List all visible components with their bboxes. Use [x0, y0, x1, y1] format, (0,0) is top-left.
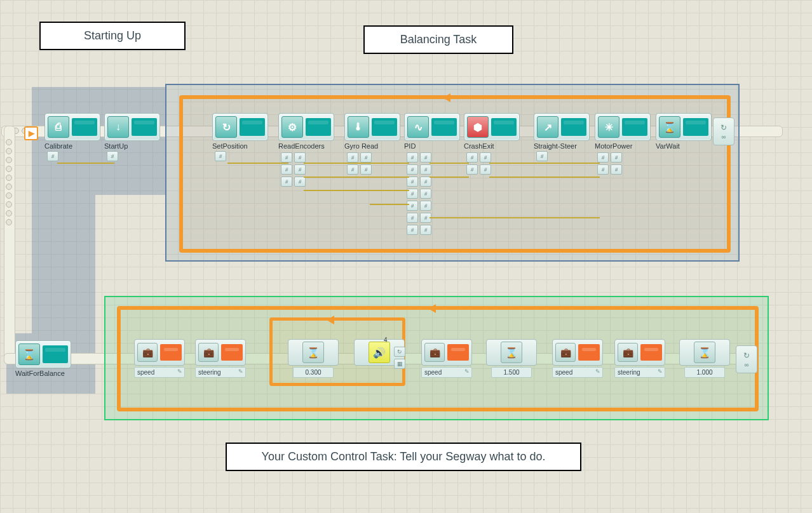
data-port[interactable] [107, 151, 118, 161]
gyro-icon: 🌡 [348, 116, 369, 138]
variable-name[interactable]: steering [614, 367, 665, 378]
loop-end-control[interactable]: ↻∞ [736, 345, 757, 373]
block-label: WaitForBalance [15, 370, 71, 377]
hourglass-icon: ⌛ [302, 342, 324, 363]
label-balancing-task: Balancing Task [363, 25, 513, 54]
value-field[interactable]: 1.000 [684, 367, 725, 378]
block-gyroread[interactable]: 🌡 Gyro Read [342, 113, 403, 175]
block-waitforbalance[interactable]: ⌛ WaitForBalance [13, 340, 74, 377]
block-speed-1[interactable]: 💼 speed [132, 339, 187, 378]
suitcase-icon: 💼 [555, 343, 576, 362]
block-label: PID [404, 142, 460, 150]
readencoders-icon: ⚙ [281, 116, 303, 138]
variable-name[interactable]: speed [552, 367, 603, 378]
block-readencoders[interactable]: ⚙ ReadEncoders [276, 113, 337, 187]
variable-name[interactable]: speed [134, 367, 185, 378]
block-steering-2[interactable]: 💼 steering [612, 339, 667, 378]
loop-port[interactable]: ↻ [394, 347, 405, 357]
data-wire [304, 190, 409, 191]
data-port[interactable] [215, 151, 226, 161]
loop-arrow-icon [327, 316, 334, 324]
data-port[interactable] [47, 151, 58, 161]
program-canvas: Starting Up Balancing Task Your Custom C… [0, 0, 812, 513]
sound-icon: 🔊 [369, 342, 390, 363]
block-label: ReadEncoders [278, 142, 334, 150]
block-motorpower[interactable]: ✳ MotorPower [592, 113, 653, 175]
block-label: CrashExit [464, 142, 520, 150]
data-wire [489, 177, 600, 178]
block-speed-2[interactable]: 💼 speed [419, 339, 474, 378]
start-plug[interactable]: ▶ [24, 126, 38, 140]
loop-count-label: 4 [384, 336, 388, 343]
data-wire [430, 217, 600, 218]
steer-icon: ↗ [537, 116, 558, 138]
label-starting-up: Starting Up [39, 22, 186, 50]
startup-icon: ↓ [107, 116, 129, 138]
block-setposition[interactable]: ↻ SetPosition [210, 113, 271, 161]
calibrate-icon: ⎙ [48, 116, 69, 138]
setposition-icon: ↻ [215, 116, 237, 138]
hourglass-icon: ⌛ [659, 116, 680, 138]
block-wait-1500[interactable]: ⌛ 1.500 [484, 339, 539, 378]
block-label: Gyro Read [344, 142, 400, 150]
value-field[interactable]: 1.500 [491, 367, 532, 378]
block-straightsteer[interactable]: ↗ Straight-Steer [531, 113, 592, 161]
block-calibrate[interactable]: ⎙ Calibrate [42, 113, 103, 161]
block-label: Straight-Steer [534, 142, 590, 150]
block-label: Calibrate [44, 142, 100, 150]
block-crashexit[interactable]: ⬢ CrashExit [461, 113, 522, 175]
block-steering-1[interactable]: 💼 steering [193, 339, 248, 378]
loop-end-balancing[interactable]: ↻∞ [713, 117, 734, 145]
value-field[interactable]: 0.300 [293, 367, 334, 378]
stop-icon: ⬢ [467, 116, 489, 138]
label-custom-task: Your Custom Control Task: Tell your Segw… [226, 443, 581, 471]
data-wire [489, 163, 600, 164]
block-label: VarWait [656, 142, 712, 150]
block-startup[interactable]: ↓ StartUp [102, 113, 163, 161]
highlight-connector [32, 195, 95, 333]
block-wait-1000[interactable]: ⌛ 1.000 [677, 339, 732, 378]
data-port[interactable] [536, 151, 548, 161]
hourglass-icon: ⌛ [501, 342, 522, 363]
data-wire [430, 177, 469, 178]
block-label: StartUp [104, 142, 160, 150]
suitcase-icon: 💼 [198, 343, 219, 362]
suitcase-icon: 💼 [424, 343, 445, 362]
data-wire [304, 163, 409, 164]
suitcase-icon: 💼 [618, 343, 638, 362]
loop-port[interactable]: ▦ [394, 359, 405, 369]
variable-name[interactable]: speed [421, 367, 472, 378]
data-wire [430, 163, 469, 164]
hourglass-icon: ⌛ [694, 342, 715, 363]
data-wire [304, 177, 409, 178]
data-wire [370, 204, 409, 205]
hourglass-icon: ⌛ [18, 343, 40, 365]
block-speed-3[interactable]: 💼 speed [550, 339, 605, 378]
block-varwait[interactable]: ⌛ VarWait [653, 113, 714, 150]
loop-arrow-icon [428, 304, 436, 313]
pid-icon: ∿ [407, 116, 429, 138]
data-wire [227, 163, 288, 164]
block-wait-0300[interactable]: ⌛ 0.300 [286, 339, 341, 378]
block-label: MotorPower [595, 142, 651, 150]
loop-arrow-icon [443, 93, 450, 102]
data-wire [57, 163, 114, 164]
block-label: SetPosition [212, 142, 268, 150]
motor-icon: ✳ [598, 116, 619, 138]
suitcase-icon: 💼 [137, 343, 158, 362]
sequence-beam-vertical [4, 126, 15, 364]
variable-name[interactable]: steering [195, 367, 246, 378]
